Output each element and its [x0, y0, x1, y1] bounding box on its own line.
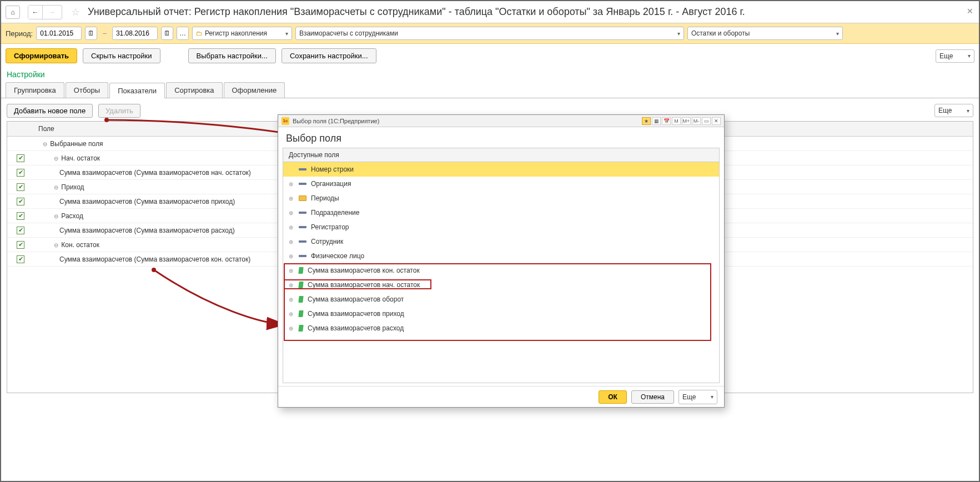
form-button[interactable]: Сформировать: [6, 48, 77, 63]
home-button[interactable]: ⌂: [6, 6, 20, 19]
table-name-select[interactable]: Остатки и обороты: [687, 27, 843, 40]
field-picker-modal: 1c Выбор поля (1С:Предприятие) ★ ▦ 📅 M M…: [278, 114, 725, 408]
fav-mini-icon[interactable]: ★: [642, 117, 651, 125]
field-more-button[interactable]: Еще: [934, 104, 973, 117]
checkbox-icon[interactable]: ✔: [17, 183, 24, 191]
register-type-select[interactable]: 🗀Регистр накопления: [192, 27, 292, 40]
available-field-row[interactable]: Номер строки: [283, 162, 719, 177]
arrow-left-icon: ←: [32, 8, 39, 16]
field-label: Периоды: [311, 194, 339, 202]
field-label: Сотрудник: [311, 238, 343, 245]
favorite-icon[interactable]: ☆: [71, 6, 80, 18]
forward-button[interactable]: →: [45, 6, 59, 19]
expand-icon[interactable]: ⊕: [289, 311, 294, 317]
table-name-value: Остатки и обороты: [691, 29, 750, 37]
app-1c-icon: 1c: [282, 117, 289, 125]
close-icon[interactable]: ✕: [967, 7, 973, 16]
checkbox-icon[interactable]: ✔: [17, 212, 24, 220]
more-button[interactable]: Еще: [936, 49, 974, 63]
available-field-row[interactable]: ⊕Сумма взаиморасчетов приход: [283, 307, 719, 321]
available-fields-header: Доступные поля: [283, 148, 720, 162]
available-field-row[interactable]: ⊕Периоды: [283, 191, 719, 205]
available-field-row[interactable]: ⊕Регистратор: [283, 220, 719, 234]
calendar-from-button[interactable]: 🗓: [85, 27, 97, 40]
period-label: Период:: [6, 29, 33, 38]
modal-window-title: Выбор поля (1С:Предприятие): [293, 118, 379, 124]
modal-more-button[interactable]: Еще: [679, 390, 717, 404]
period-ellipsis-button[interactable]: …: [177, 27, 189, 40]
app-window: ⌂ ← → ☆ Универсальный отчет: Регистр нак…: [0, 0, 980, 482]
tab-filters[interactable]: Отборы: [66, 82, 108, 98]
modal-close-icon[interactable]: ✕: [712, 117, 721, 125]
calc-mini-icon[interactable]: ▦: [652, 117, 661, 125]
field-label: Регистратор: [311, 223, 349, 231]
checkbox-icon[interactable]: ✔: [17, 241, 24, 249]
resource-icon: [298, 310, 303, 317]
available-field-row[interactable]: ⊕Сумма взаиморасчетов оборот: [283, 292, 719, 307]
expand-icon[interactable]: ⊕: [289, 181, 294, 187]
available-field-row[interactable]: ⊕Подразделение: [283, 205, 719, 220]
expand-icon[interactable]: ⊕: [289, 224, 294, 230]
available-fields-list[interactable]: Номер строки⊕Организация⊕Периоды⊕Подразд…: [283, 162, 720, 383]
m-minus-button[interactable]: M-: [692, 117, 701, 125]
ok-button[interactable]: ОК: [599, 390, 627, 404]
expand-icon[interactable]: ⊕: [289, 239, 294, 245]
tab-formatting[interactable]: Оформление: [224, 82, 285, 98]
hide-settings-button[interactable]: Скрыть настройки: [83, 48, 160, 63]
field-label: Сумма взаиморасчетов расход: [308, 324, 404, 332]
date-to-input[interactable]: [112, 27, 158, 40]
range-dash: –: [103, 29, 107, 37]
add-field-button[interactable]: Добавить новое поле: [7, 104, 93, 118]
back-button[interactable]: ←: [28, 6, 43, 19]
calendar-mini-icon[interactable]: 📅: [662, 117, 671, 125]
modal-maximize-icon[interactable]: ▭: [702, 117, 711, 125]
register-name-value: Взаиморасчеты с сотрудниками: [299, 29, 398, 37]
field-label: Организация: [311, 180, 351, 188]
m-button[interactable]: M: [672, 117, 681, 125]
checkbox-icon[interactable]: ✔: [17, 198, 24, 205]
title-bar: ⌂ ← → ☆ Универсальный отчет: Регистр нак…: [1, 1, 979, 23]
tab-indicators[interactable]: Показатели: [109, 83, 165, 98]
choose-settings-button[interactable]: Выбрать настройки...: [188, 48, 276, 63]
expand-icon[interactable]: ⊕: [289, 210, 294, 216]
date-from-input[interactable]: [36, 27, 82, 40]
dash-icon: [299, 255, 306, 257]
available-field-row[interactable]: ⊕Сумма взаиморасчетов расход: [283, 321, 719, 335]
checkbox-icon[interactable]: ✔: [17, 227, 24, 234]
checkbox-icon[interactable]: ✔: [17, 154, 24, 162]
expand-icon[interactable]: ⊕: [289, 282, 294, 288]
tab-grouping[interactable]: Группировка: [6, 82, 64, 98]
available-field-row[interactable]: ⊕Организация: [283, 177, 719, 191]
period-panel: Период: 🗓 – 🗓 … 🗀Регистр накопления Взаи…: [1, 23, 979, 44]
expand-icon[interactable]: ⊕: [289, 325, 294, 332]
checkbox-icon[interactable]: ✔: [17, 169, 24, 177]
available-field-row[interactable]: ⊕Физическое лицо: [283, 249, 719, 263]
available-field-row[interactable]: ⊕Сотрудник: [283, 234, 719, 249]
dash-icon: [299, 212, 306, 214]
calendar-to-button[interactable]: 🗓: [161, 27, 173, 40]
available-field-row[interactable]: ⊕Сумма взаиморасчетов кон. остаток: [283, 263, 719, 278]
dash-icon: [299, 240, 306, 243]
dash-icon: [299, 226, 306, 228]
register-name-select[interactable]: Взаиморасчеты с сотрудниками: [295, 27, 684, 40]
resource-icon: [298, 325, 303, 332]
field-label: Сумма взаиморасчетов приход: [308, 310, 404, 318]
checkbox-icon[interactable]: ✔: [17, 255, 24, 263]
resource-icon: [298, 296, 303, 303]
action-toolbar: Сформировать Скрыть настройки Выбрать на…: [1, 44, 979, 68]
expand-icon[interactable]: ⊕: [289, 297, 294, 303]
delete-field-button[interactable]: Удалить: [98, 104, 140, 118]
resource-icon: [298, 267, 303, 274]
m-plus-button[interactable]: M+: [682, 117, 691, 125]
expand-icon[interactable]: ⊕: [289, 253, 294, 259]
field-label: Подразделение: [311, 209, 359, 217]
more-label: Еще: [939, 52, 953, 60]
expand-icon[interactable]: ⊕: [289, 268, 294, 274]
save-settings-button[interactable]: Сохранить настройки...: [282, 48, 376, 63]
expand-icon[interactable]: ⊕: [289, 195, 294, 202]
register-type-value: Регистр накопления: [205, 29, 267, 37]
tab-sorting[interactable]: Сортировка: [166, 82, 222, 98]
cancel-button[interactable]: Отмена: [631, 390, 674, 404]
calendar-icon: 🗓: [88, 29, 94, 37]
available-field-row[interactable]: ⊕Сумма взаиморасчетов нач. остаток: [283, 278, 719, 292]
